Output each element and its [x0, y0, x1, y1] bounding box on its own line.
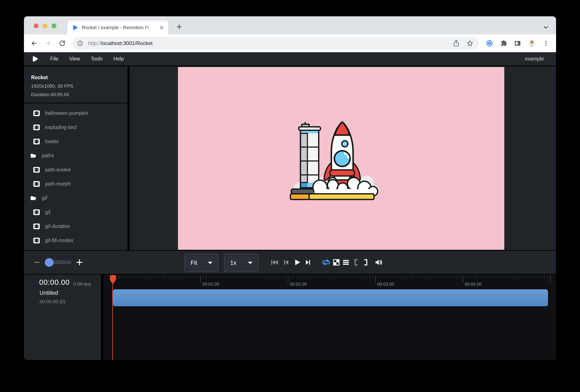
address-bar[interactable]: http://localhost:3001/Rocket [72, 37, 479, 50]
ruler-tick [128, 276, 128, 278]
sidebar-item-path-evolve[interactable]: path-evolve [24, 163, 128, 177]
ruler-tick [206, 276, 207, 278]
tab-close-icon[interactable] [159, 25, 164, 30]
video-canvas[interactable] [178, 67, 504, 250]
site-info-icon[interactable] [77, 40, 83, 46]
ruler-tick [515, 276, 516, 278]
ruler-tick [463, 276, 463, 283]
previous-frame-button[interactable] [284, 260, 289, 265]
profile-avatar[interactable] [528, 40, 536, 47]
sidebar-item-gif-duration[interactable]: gif-duration [24, 219, 128, 233]
rocket-illustration [288, 116, 379, 201]
new-tab-button[interactable] [176, 24, 182, 30]
playhead-handle[interactable] [109, 275, 116, 284]
ruler-tick [320, 276, 320, 278]
composition-label: gif [45, 209, 50, 215]
window-close-button[interactable] [34, 23, 38, 28]
ruler-tick [215, 276, 215, 278]
window-zoom-button[interactable] [52, 23, 56, 28]
ruler-tick [489, 276, 489, 278]
ruler-tick [145, 276, 145, 278]
ruler-tick [533, 276, 533, 278]
sidebar-extension-icon[interactable] [514, 40, 521, 47]
playback-speed-select[interactable]: 1x [224, 254, 259, 272]
timeline-rows-button[interactable] [342, 259, 349, 265]
ruler-tick [198, 276, 198, 278]
ruler-tick [230, 276, 230, 278]
ruler-tick [486, 276, 486, 278]
ruler-tick [294, 276, 294, 278]
out-point-bracket-button[interactable] [364, 259, 368, 265]
ruler-tick [530, 276, 530, 278]
menu-file[interactable]: File [45, 52, 64, 65]
ruler-tick [186, 276, 186, 278]
ruler-tick [396, 276, 396, 278]
zoom-in-button[interactable] [76, 259, 83, 265]
ruler-tick [407, 276, 408, 278]
ruler-tick [314, 276, 315, 278]
zoom-slider-knob[interactable] [45, 258, 53, 267]
window-minimize-button[interactable] [43, 23, 47, 28]
ruler-tick [136, 276, 137, 278]
ruler-tick [299, 276, 300, 278]
url-host-path: localhost:3001/Rocket [101, 40, 152, 46]
remotion-logo-icon[interactable] [32, 56, 38, 62]
ruler-tick [416, 276, 417, 278]
play-button[interactable] [294, 259, 301, 266]
zoom-out-button[interactable] [34, 259, 40, 265]
extensions-puzzle-icon[interactable] [500, 40, 507, 47]
film-icon [33, 223, 40, 229]
transparency-checkerboard-button[interactable] [333, 259, 340, 265]
onepassword-extension-icon[interactable] [486, 40, 493, 47]
ruler-tick [262, 276, 262, 278]
ruler-tick [279, 276, 280, 278]
ruler-tick [282, 276, 282, 278]
sidebar-folder-paths[interactable]: paths [24, 148, 128, 163]
ruler-tick [387, 276, 388, 278]
bookmark-star-icon[interactable] [467, 40, 473, 47]
menu-tools[interactable]: Tools [86, 52, 108, 65]
menu-help[interactable]: Help [108, 52, 129, 65]
tab-search-chevron-icon[interactable] [544, 26, 548, 29]
ruler-tick [276, 276, 277, 278]
skip-to-start-button[interactable] [271, 260, 278, 265]
in-point-bracket-button[interactable] [354, 259, 358, 265]
playhead-line [112, 274, 113, 360]
ruler-tick [326, 276, 326, 278]
volume-button[interactable] [375, 259, 382, 265]
ruler-tick [256, 276, 256, 278]
ruler-tick [544, 276, 545, 278]
sidebar-item-halloween-pumpkin[interactable]: halloween-pumpkin [24, 106, 128, 120]
composition-label: exploding-bird [45, 125, 76, 130]
ruler-tick [384, 276, 384, 278]
sidebar-folder-gif[interactable]: gif [24, 191, 128, 205]
sidebar-item-loader[interactable]: loader [24, 134, 128, 148]
next-frame-button[interactable] [305, 260, 310, 265]
url-text[interactable]: http://localhost:3001/Rocket [88, 40, 152, 46]
forward-button[interactable] [45, 40, 51, 47]
sidebar-item-gif[interactable]: gif [24, 205, 128, 219]
ruler-tick [518, 276, 519, 278]
timeline-track-bar[interactable] [113, 289, 548, 306]
ruler-tick [410, 276, 411, 278]
menu-view[interactable]: View [64, 52, 85, 65]
ruler-tick [247, 276, 247, 278]
ruler-tick [367, 276, 367, 278]
canvas-size-select[interactable]: Fit [184, 254, 218, 272]
back-button[interactable] [31, 40, 37, 47]
ruler-tick [331, 276, 332, 278]
timeline-zoom-slider[interactable] [45, 261, 71, 264]
ruler-tick [492, 276, 492, 278]
sidebar-item-gif-fill-modes[interactable]: gif-fill-modes [24, 233, 128, 248]
composition-label: path-morph [45, 181, 71, 187]
browser-menu-icon[interactable] [543, 40, 549, 47]
ruler-tick [311, 276, 311, 278]
url-scheme: http:// [88, 40, 101, 46]
share-icon[interactable] [453, 40, 459, 47]
sidebar-item-path-morph[interactable]: path-morph [24, 177, 128, 191]
loop-toggle-button[interactable] [322, 259, 330, 265]
open-folder-icon [30, 153, 36, 159]
sidebar-item-exploding-bird[interactable]: exploding-bird [24, 120, 128, 134]
browser-tab[interactable]: Rocket / example - Remotion Pr [67, 21, 168, 34]
reload-button[interactable] [59, 40, 65, 47]
